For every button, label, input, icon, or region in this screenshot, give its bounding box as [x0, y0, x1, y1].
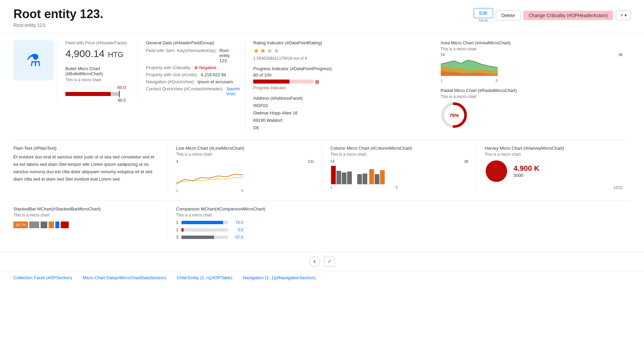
col-top-left: 74: [330, 159, 334, 163]
field-price-section: Field with Price (#HeaderFacet) 4,900.14…: [57, 40, 138, 103]
stack-seg-4: [49, 222, 54, 228]
middle-right-col: Rating Indicator (#DataPointRating) ★ ★ …: [253, 40, 435, 132]
bullet-bar-red: [65, 92, 111, 96]
comparison-rows: 1 74.0 1 3.0: [176, 220, 243, 240]
bottom-tabs: Collection Facet (#OPSection) Micro Char…: [0, 271, 644, 284]
stacked-bar-title: StackedBar MChart(#StackedBarMicroChart): [13, 206, 160, 211]
comparison-subtitle: This is a micro chart: [176, 213, 314, 217]
area-x-max: 9: [495, 79, 497, 83]
expand-icon: ⤢: [328, 259, 331, 264]
star-4: ★: [273, 47, 279, 55]
comparison-chart-section: Comparison MChart(#ComparisonMicroChart)…: [168, 206, 322, 240]
header-actions: Edit Ctrl+E Delete Change Criticality (#…: [474, 8, 631, 22]
comparison-title: Comparison MChart(#ComparisonMicroChart): [176, 206, 314, 211]
page-subtitle: Root entity 123.: [13, 22, 103, 28]
right-panels: Rating Indicator (#DataPointRating) ★ ★ …: [245, 40, 631, 132]
val-nav: Ipsum et accusam.: [198, 79, 234, 84]
col-bar-9: [380, 170, 385, 184]
progress-total: 100: [264, 72, 272, 78]
address-line-1: WDF02: [253, 102, 435, 109]
line-x-min: 1: [176, 189, 178, 193]
radial-subtitle: This is a micro chart: [441, 94, 623, 99]
share-button[interactable]: ↗ ▾: [616, 10, 631, 20]
address-line-2: Dietmar-Hopp-Allee 16: [253, 109, 435, 117]
comp-value-3: 57.0: [230, 235, 243, 240]
stack-seg-6: [61, 222, 69, 228]
stacked-bar-subtitle: This is a micro chart: [13, 213, 160, 217]
chevron-down-icon: ▾: [625, 13, 627, 18]
key-semantic: Field with Sem. Key(#SemanticKey):: [146, 48, 217, 63]
general-data-section: General Data (#HeaderFieldGroup) Field w…: [138, 40, 245, 98]
col-bar-2: [336, 171, 341, 184]
rating-title: Rating Indicator (#DataPointRating): [253, 40, 435, 45]
harvey-svg: [485, 159, 508, 183]
harvey-chart-section: Harvey Micro Chart (#HarveyMicroChart) T…: [476, 146, 631, 193]
price-currency: HTG: [108, 50, 123, 59]
bullet-value: 60.0: [65, 85, 126, 90]
radial-svg: 75%: [441, 102, 468, 129]
page: Root entity 123. Root entity 123. Edit C…: [0, 0, 644, 343]
data-row-unit: Property with Unit (#Units): 4,218.022 l…: [146, 72, 237, 77]
comp-label-2: 1: [176, 228, 179, 232]
rating-text: 1.5936268411176018 out of 4: [253, 56, 435, 61]
tab-collection-facet[interactable]: Collection Facet (#OPSection): [13, 275, 72, 280]
harvey-unit: HTG: [485, 186, 623, 190]
data-row-criticality: Property with Criticality: ⊗ Negative: [146, 65, 237, 70]
area-x-min: 1: [441, 79, 443, 83]
col-bar-5: [357, 174, 362, 184]
column-chart-subtitle: This is a micro chart: [330, 152, 468, 157]
top-row: ⚗ Field with Price (#HeaderFacet) 4,900.…: [13, 40, 631, 132]
area-top-right: 38: [619, 53, 623, 57]
comp-row-2: 1 3.0: [176, 228, 243, 232]
harvey-main-value: 4.900 K: [514, 164, 539, 173]
line-chart-svg: [176, 164, 243, 188]
comp-value-2: 3.0: [230, 228, 243, 232]
edit-shortcut: Ctrl+E: [479, 19, 488, 22]
tab-micro-chart-data[interactable]: Micro Chart Data(#MicroChartDataSection): [83, 275, 166, 280]
col-bar-6: [363, 174, 367, 184]
field-price-label: Field with Price (#HeaderFacet): [65, 40, 129, 45]
progress-error-icon: ⊗: [315, 78, 320, 86]
star-1: ★: [253, 47, 259, 55]
comp-label-1: 1: [176, 220, 179, 225]
data-row-nav: Navigation (#QuickView): Ipsum et accusa…: [146, 79, 237, 84]
key-criticality: Property with Criticality:: [146, 65, 192, 70]
plain-text-title: Plain Text (#PlainText): [13, 146, 160, 151]
expand-button[interactable]: ⤢: [324, 256, 335, 267]
far-right-col: Area Micro Chart (#AreaMicroChart) This …: [441, 40, 623, 132]
price-value: 4,900.14: [65, 48, 105, 59]
scroll-up-button[interactable]: ∧: [309, 256, 320, 267]
area-chart-svg: [441, 57, 498, 78]
column-chart-svg: [330, 164, 397, 184]
val-contact[interactable]: Jasmin Vrsic: [226, 86, 240, 96]
stack-seg-5: [55, 222, 59, 228]
harvey-subtitle: This is a micro chart: [485, 152, 623, 157]
radial-percent-text: 75%: [449, 113, 459, 118]
comp-value-1: 74.0: [230, 220, 243, 225]
stack-seg-3: [41, 222, 47, 228]
comp-bar-1: [181, 221, 223, 224]
header-left: Root entity 123. Root entity 123.: [13, 7, 103, 28]
footer-nav: ∧ ⤢: [0, 252, 644, 271]
comp-label-3: 3: [176, 235, 179, 240]
tab-navigation[interactable]: Navigation (1..1)(#NavigationSection): [243, 275, 316, 280]
line-y-min: 3: [176, 159, 178, 163]
area-chart-container: 74 38: [441, 53, 623, 83]
col-bar-7: [369, 169, 374, 184]
delete-button[interactable]: Delete: [496, 10, 521, 20]
change-criticality-button[interactable]: Change Criticality (#OPHeaderAction): [523, 11, 613, 20]
comp-bar-2: [181, 228, 183, 232]
edit-button[interactable]: Edit: [474, 8, 493, 18]
general-data-title: General Data (#HeaderFieldGroup): [146, 40, 237, 45]
harvey-title: Harvey Micro Chart (#HarveyMicroChart): [485, 146, 623, 151]
tab-child-entity[interactable]: Child Entity (1..n)(#OPTable): [177, 275, 232, 280]
col-bar-4: [347, 172, 352, 184]
radial-display: 75%: [441, 102, 623, 129]
comp-row-1: 1 74.0: [176, 220, 243, 225]
flask-icon: ⚗: [26, 51, 41, 70]
bullet-marker: [119, 91, 120, 97]
key-unit: Property with Unit (#Units):: [146, 72, 198, 77]
area-chart-section: Area Micro Chart (#AreaMicroChart) This …: [441, 40, 623, 83]
val-unit: 4,218.022 lbt: [201, 72, 226, 77]
bullet-max: 80.0: [65, 98, 126, 103]
